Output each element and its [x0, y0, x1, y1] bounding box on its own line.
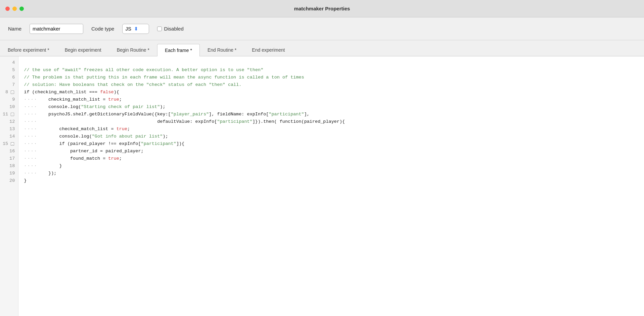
tab-begin-routine[interactable]: Begin Routine *	[109, 44, 157, 56]
window-title: matchmaker Properties	[294, 6, 350, 11]
title-bar: matchmaker Properties	[0, 0, 644, 17]
code-line: ···· }	[24, 162, 639, 170]
code-line: ···· partner_id = paired_player;	[24, 148, 639, 155]
code-line: // The problem is that putting this in e…	[24, 74, 639, 81]
code-line: ···· checking_match_list = true;	[24, 96, 639, 103]
line-number: 20	[0, 177, 18, 185]
line-number: 14	[0, 133, 18, 140]
code-line: if (checking_match_list === false){	[24, 89, 639, 96]
code-type-label: Code type	[91, 26, 114, 32]
tab-begin-experiment[interactable]: Begin experiment	[57, 44, 109, 56]
disabled-checkbox[interactable]	[157, 27, 162, 31]
line-number: 4	[0, 59, 18, 66]
window-controls	[5, 6, 24, 11]
code-line: ···· });	[24, 170, 639, 177]
line-number: 8 -	[0, 89, 18, 96]
line-number: 12	[0, 118, 18, 125]
name-input[interactable]	[30, 24, 83, 34]
code-type-value: JS	[125, 26, 131, 32]
name-label: Name	[8, 26, 21, 32]
tabs-bar: Before experiment *Begin experimentBegin…	[0, 40, 644, 56]
code-line: // the use of "await" freezes all other …	[24, 66, 639, 74]
code-line: ···· found_match = true;	[24, 155, 639, 162]
disabled-area: Disabled	[157, 26, 183, 32]
code-line	[24, 59, 639, 66]
line-number: 9	[0, 96, 18, 103]
close-button[interactable]	[5, 6, 10, 11]
fold-icon[interactable]: -	[11, 91, 14, 94]
line-number: 7	[0, 81, 18, 89]
line-number: 10	[0, 103, 18, 111]
line-number: 15 -	[0, 140, 18, 148]
line-number: 5	[0, 66, 18, 74]
disabled-label: Disabled	[164, 26, 183, 32]
tab-end-experiment[interactable]: End experiment	[244, 44, 292, 56]
code-line: ···· psychoJS.shelf.getDictionaryFieldVa…	[24, 111, 639, 118]
code-type-select[interactable]: JS ⬍	[122, 24, 149, 34]
line-number: 6	[0, 74, 18, 81]
editor-area: 45678 -91011 -12131415 -1617181920 // th…	[0, 56, 644, 316]
line-number: 16	[0, 148, 18, 155]
line-number: 11 -	[0, 111, 18, 118]
line-numbers: 45678 -91011 -12131415 -1617181920	[0, 56, 18, 316]
toolbar: Name Code type JS ⬍ Disabled	[0, 17, 644, 40]
line-number: 17	[0, 155, 18, 162]
fold-icon[interactable]: -	[11, 142, 14, 146]
code-line: ···· defaultValue: expInfo["participant"…	[24, 118, 639, 125]
tab-before-experiment[interactable]: Before experiment *	[0, 44, 57, 56]
tab-end-routine[interactable]: End Routine *	[200, 44, 244, 56]
stepper-icon: ⬍	[134, 26, 138, 31]
line-number: 13	[0, 125, 18, 133]
minimize-button[interactable]	[12, 6, 17, 11]
maximize-button[interactable]	[19, 6, 24, 11]
code-line: // solution: Have booleans that check on…	[24, 81, 639, 89]
code-line: ···· console.log("Starting check of pair…	[24, 103, 639, 111]
fold-icon[interactable]: -	[11, 113, 14, 116]
tab-each-frame[interactable]: Each frame *	[157, 44, 200, 56]
code-line: ···· console.log("Got info about pair li…	[24, 133, 639, 140]
line-number: 19	[0, 170, 18, 177]
code-line: }	[24, 177, 639, 185]
line-number: 18	[0, 162, 18, 170]
code-content[interactable]: // the use of "await" freezes all other …	[18, 56, 644, 316]
code-line: ···· if (paired_player !== expInfo["part…	[24, 140, 639, 148]
code-line: ···· checked_match_list = true;	[24, 125, 639, 133]
